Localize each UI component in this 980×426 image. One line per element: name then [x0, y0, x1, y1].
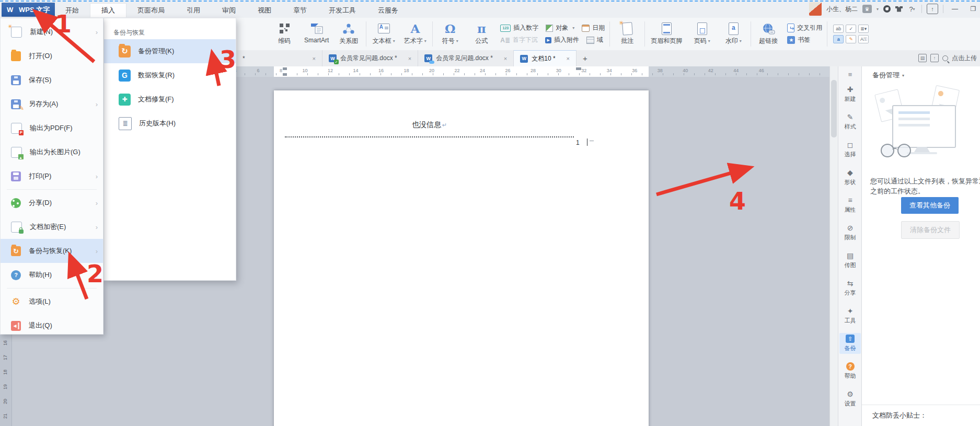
- tab-developer[interactable]: 开发工具: [318, 3, 367, 17]
- menu-item-open[interactable]: 打开(O): [1, 44, 103, 68]
- menu-item-new[interactable]: 新建(N) ›: [1, 20, 103, 44]
- sidebar-item-settings[interactable]: ⚙ 设置: [839, 388, 861, 409]
- document-tab[interactable]: * ×: [236, 50, 322, 66]
- sidebar-item-properties[interactable]: ≡ 属性: [839, 194, 861, 215]
- tab-view[interactable]: 视图: [247, 3, 282, 17]
- tab-cloud[interactable]: 云服务: [367, 3, 409, 17]
- menu-item-encrypt[interactable]: 文档加密(E) ›: [1, 215, 103, 239]
- textbox-icon: [378, 24, 390, 33]
- sidebar-item-select[interactable]: ◻ 选择: [839, 139, 861, 160]
- qrcode-button[interactable]: 维码: [269, 18, 300, 50]
- scrollbar-thumb[interactable]: [831, 80, 837, 137]
- panel-list-icon[interactable]: ≡: [848, 71, 852, 78]
- sidebar-item-style[interactable]: ✎ 样式: [839, 111, 861, 132]
- tab-page-layout[interactable]: 页面布局: [126, 3, 176, 17]
- sidebar-item-shape[interactable]: ◆ 形状: [839, 167, 861, 188]
- text-form-field-icon[interactable]: ab: [833, 25, 844, 33]
- tabbar-right-hint[interactable]: ▤ ↑ 点击上传: [918, 50, 977, 66]
- comment-button[interactable]: 批注: [612, 18, 643, 50]
- new-tab-button[interactable]: +: [577, 50, 594, 66]
- text-cursor: [587, 139, 587, 146]
- tab-section[interactable]: 章节: [282, 3, 318, 17]
- sidebar-item-share[interactable]: ⇆ 分享: [839, 278, 861, 298]
- wps-menu-button[interactable]: W WPS 文字 ▼: [2, 3, 55, 17]
- menu-item-exit[interactable]: 退出(Q): [1, 314, 103, 338]
- chevron-down-icon[interactable]: ▾: [877, 7, 879, 11]
- new-icon: ✚: [847, 85, 854, 94]
- view-other-backups-button[interactable]: 查看其他备份: [901, 197, 959, 214]
- document-tab[interactable]: W 会员常见问题.docx * ×: [322, 50, 418, 66]
- indent-marker-right[interactable]: [576, 67, 581, 70]
- divider: [7, 189, 97, 190]
- smartart-button[interactable]: SmartArt: [300, 18, 333, 50]
- tab-insert[interactable]: 插入: [90, 3, 126, 17]
- restore-button[interactable]: ❐: [966, 4, 980, 14]
- menu-item-save-as[interactable]: ✎ 另存为(A) ›: [1, 92, 103, 116]
- textbox-button[interactable]: 文本框: [368, 18, 399, 50]
- field-button[interactable]: 域: [586, 36, 603, 44]
- document-tab[interactable]: W 会员常见问题.docx * ×: [418, 50, 514, 66]
- relation-chart-button[interactable]: 关系图: [333, 18, 364, 50]
- symbol-button[interactable]: Ω 符号: [434, 18, 466, 50]
- avatar[interactable]: [809, 2, 822, 16]
- submenu-item-data-recovery[interactable]: 数据恢复(R): [104, 63, 236, 87]
- checkbox-form-field-icon[interactable]: ✓: [846, 25, 856, 33]
- object-icon: [546, 25, 553, 32]
- sidebar-item-help[interactable]: ? 帮助: [839, 361, 861, 382]
- indent-marker-left[interactable]: [283, 67, 287, 70]
- bookmark-button[interactable]: ★ 书签: [787, 36, 810, 44]
- watermark-button[interactable]: 水印: [718, 18, 749, 50]
- attachment-button[interactable]: 插入附件: [545, 36, 579, 44]
- edit-form-icon[interactable]: ✎: [846, 35, 856, 43]
- tab-review[interactable]: 审阅: [211, 3, 247, 17]
- arrow-up-icon[interactable]: ↑: [930, 54, 939, 62]
- submenu-item-doc-repair[interactable]: 文档修复(F): [104, 87, 236, 111]
- sidebar-item-backup[interactable]: ⇧ 备份: [839, 333, 861, 354]
- page-number-button[interactable]: 页码: [686, 18, 718, 50]
- tab-references[interactable]: 引用: [176, 3, 211, 17]
- minimize-button[interactable]: —: [948, 4, 962, 14]
- hyperlink-button[interactable]: 超链接: [753, 18, 784, 50]
- formula-button[interactable]: π 公式: [466, 18, 497, 50]
- object-button[interactable]: 对象: [546, 24, 574, 32]
- skin-icon[interactable]: [895, 6, 903, 12]
- menu-item-save[interactable]: 保存(S): [1, 68, 103, 92]
- sidebar-item-image-upload[interactable]: ▤ 传图: [839, 250, 861, 271]
- protect-form-icon[interactable]: A⚿: [858, 35, 869, 43]
- field-shading-icon[interactable]: a: [833, 35, 844, 43]
- pane-title[interactable]: 备份管理 ▾: [872, 71, 904, 80]
- dropdown-form-field-icon[interactable]: ≣▾: [858, 25, 869, 33]
- menu-item-share[interactable]: 分享(D) ›: [1, 191, 103, 215]
- menu-item-backup-restore[interactable]: 备份与恢复(K) ›: [1, 239, 103, 263]
- close-tab-icon[interactable]: ×: [313, 55, 316, 62]
- document-page[interactable]: 也没信息↵ 1: [274, 90, 649, 426]
- date-button[interactable]: 日期: [582, 24, 605, 32]
- menu-item-export-pdf[interactable]: 输出为PDF(F): [1, 116, 103, 140]
- header-footer-button[interactable]: 页眉和页脚: [647, 18, 686, 50]
- sidebar-item-tools[interactable]: ✦ 工具: [839, 305, 861, 326]
- upload-icon[interactable]: ↑: [927, 4, 938, 14]
- close-tab-icon[interactable]: ×: [408, 55, 411, 62]
- feedback-icon[interactable]: [883, 5, 891, 13]
- close-tab-icon[interactable]: ×: [504, 55, 507, 62]
- vertical-scrollbar[interactable]: [829, 66, 838, 426]
- vip-crown-icon[interactable]: ♛: [862, 5, 872, 13]
- close-tab-icon[interactable]: ×: [567, 55, 570, 62]
- menu-item-print[interactable]: 打印(P) ›: [1, 164, 103, 188]
- document-tab-active[interactable]: W 文档10 * ×: [514, 50, 577, 66]
- menu-item-export-long-image[interactable]: 输出为长图片(G): [1, 140, 103, 164]
- doc-upload-icon[interactable]: ▤: [918, 54, 927, 62]
- menu-item-options[interactable]: 选项(L): [1, 290, 103, 314]
- submenu-item-backup-manage[interactable]: 备份管理(K): [104, 39, 236, 63]
- wordart-button[interactable]: A 艺术字: [399, 18, 431, 50]
- cross-reference-button[interactable]: 交叉引用: [787, 24, 822, 32]
- submenu-item-history-version[interactable]: 历史版本(H): [104, 111, 236, 135]
- sidebar-item-restrict[interactable]: ⊘ 限制: [839, 222, 861, 243]
- help-icon[interactable]: ?▾: [907, 5, 917, 13]
- indent-marker-left-bottom[interactable]: [283, 73, 287, 76]
- insert-number-button[interactable]: 插入数字: [500, 24, 538, 32]
- qrcode-icon: [280, 24, 290, 33]
- menu-item-help[interactable]: 帮助(H) ›: [1, 263, 103, 287]
- tab-home[interactable]: 开始: [54, 3, 90, 17]
- sidebar-item-new[interactable]: ✚ 新建: [839, 84, 861, 105]
